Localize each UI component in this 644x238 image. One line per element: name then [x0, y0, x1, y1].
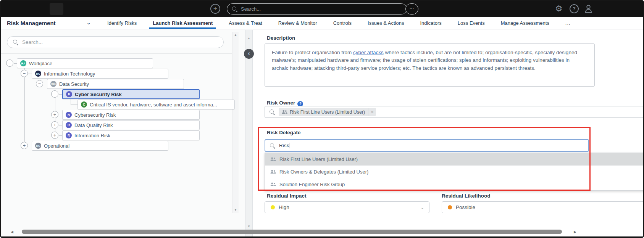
create-new-button[interactable]: + [210, 4, 220, 14]
tree-toggle-expand[interactable]: + [51, 132, 58, 139]
horizontal-scrollbar-thumb[interactable] [22, 230, 562, 234]
tree-node-label: Data Security [59, 81, 89, 87]
residual-impact-label: Residual Impact [267, 193, 307, 199]
tree-toggle-collapse[interactable]: − [36, 80, 43, 87]
user-group-icon [270, 170, 276, 174]
scroll-down-icon[interactable]: ▼ [232, 208, 239, 212]
remove-chip-icon[interactable]: × [368, 109, 376, 115]
tree-node-critical-is-vendor[interactable]: C Critical IS vendor, hardware, software… [77, 100, 235, 109]
tab-loss-events[interactable]: Loss Events [450, 17, 493, 29]
tab-indicators[interactable]: Indicators [412, 17, 449, 29]
risk-badge: R [66, 132, 72, 138]
tab-controls[interactable]: Controls [325, 17, 360, 29]
tab-launch-risk-assessment[interactable]: Launch Risk Assessment [145, 17, 221, 29]
tree-toggle-expand[interactable]: + [21, 142, 28, 149]
user-group-icon [270, 157, 276, 162]
control-badge: C [81, 101, 87, 108]
dropdown-option-risk-first-line-users[interactable]: Risk First Line Users (Limited User) [265, 153, 644, 166]
tree-connector [24, 66, 25, 146]
top-bar: + Search... ••• ⚙ ? [1, 1, 643, 17]
tree-connector [28, 74, 32, 74]
description-textarea[interactable]: Failure to protect organisation from cyb… [265, 43, 595, 87]
residual-likelihood-label: Residual Likelihood [442, 193, 491, 199]
description-label: Description [267, 35, 295, 41]
risk-delegate-query-text: Risk [279, 143, 289, 148]
tree-node-data-quality-risk[interactable]: R Data Quality Risk [62, 120, 200, 130]
tree-connector [59, 115, 62, 115]
tabs-overflow-button[interactable]: ... [557, 17, 579, 29]
tree-connector [59, 94, 62, 95]
scroll-right-icon[interactable]: ▶ [574, 230, 576, 234]
cyber-attacks-link[interactable]: cyber attacks [353, 50, 384, 55]
tree-node-cyber-security-risk-selected[interactable]: R Cyber Security Risk [62, 89, 200, 99]
risk-subcategory-badge: RSC [50, 81, 56, 87]
tree-toggle-expand[interactable]: + [51, 121, 58, 129]
nav-divider [96, 19, 96, 27]
risk-owner-select[interactable]: Risk First Line Users (Limited User) × [265, 106, 644, 118]
collapse-panel-button[interactable]: ‹ [244, 49, 254, 59]
risk-tree-panel: Search... − − − − + + + + RA Workplace R… [1, 30, 245, 236]
panel-divider [1, 53, 232, 54]
tree-node-data-security[interactable]: RSC Data Security [47, 79, 184, 89]
tab-review-and-monitor[interactable]: Review & Monitor [270, 17, 325, 29]
residual-likelihood-select[interactable]: Possible [442, 201, 644, 213]
help-icon[interactable]: ? [570, 4, 579, 13]
text-cursor [289, 143, 289, 148]
dropdown-option-solution-engineer-risk-group[interactable]: Solution Engineer Risk Group [265, 178, 644, 191]
scroll-up-icon[interactable]: ▲ [232, 33, 239, 37]
tree-node-information-risk[interactable]: R Information Risk [62, 130, 200, 140]
tree-node-workplace[interactable]: RA Workplace [17, 58, 153, 68]
tree-connector [71, 105, 77, 105]
nav-tabs: Identify Risks Launch Risk Assessment As… [99, 17, 579, 29]
tree-node-cybersecurity-risk[interactable]: R Cybersecurity Risk [62, 110, 200, 120]
tree-node-label: Cybersecurity Risk [74, 112, 116, 118]
panel-gutter-scrollbar[interactable]: ▲ ▼ [245, 30, 253, 236]
tree-toggle-collapse[interactable]: − [21, 70, 28, 77]
search-icon [13, 40, 18, 45]
residual-impact-select[interactable]: High ⌄ [265, 201, 429, 213]
horizontal-scrollbar[interactable]: ◀ ▶ [11, 229, 576, 235]
app-logo [50, 3, 63, 15]
risk-badge: R [66, 91, 72, 97]
tree-search-input[interactable]: Search... [7, 36, 224, 48]
tree-node-label: Workplace [29, 61, 52, 66]
module-nav-bar: Risk Management ⌄ Identify Risks Launch … [1, 17, 643, 29]
residual-impact-value: High [279, 204, 420, 210]
global-search-input[interactable]: Search... [227, 3, 407, 14]
app-window: + Search... ••• ⚙ ? Risk Management ⌄ Id… [0, 0, 644, 238]
tree-node-information-technology[interactable]: RC Information Technology [32, 69, 168, 79]
module-dropdown-chevron-icon[interactable]: ⌄ [86, 17, 91, 29]
likelihood-possible-dot-icon [448, 205, 452, 209]
tree-toggle-collapse[interactable]: − [6, 60, 13, 67]
dropdown-option-risk-owners-delegates[interactable]: Risk Owners & Delegates (Limited User) [265, 166, 644, 178]
tree-node-label: Operational [44, 143, 69, 149]
scroll-up-icon[interactable]: ▲ [245, 37, 252, 40]
tab-issues-and-actions[interactable]: Issues & Actions [360, 17, 412, 29]
dropdown-option-label: Solution Engineer Risk Group [279, 182, 345, 187]
tree-search-placeholder: Search... [22, 39, 43, 45]
tree-connector [59, 125, 62, 125]
tree-toggle-collapse[interactable]: − [51, 90, 58, 98]
risk-delegate-search-input[interactable]: Risk [265, 139, 589, 152]
scroll-down-icon[interactable]: ▼ [245, 225, 252, 228]
search-options-button[interactable]: ••• [405, 3, 418, 14]
tree-node-label: Data Quality Risk [74, 122, 113, 128]
user-profile-icon[interactable] [584, 4, 594, 14]
tree-vertical-scrollbar[interactable]: ▲ ▼ [232, 32, 239, 213]
tab-assess-and-treat[interactable]: Assess & Treat [221, 17, 270, 29]
search-icon [232, 6, 237, 12]
scroll-left-icon[interactable]: ◀ [11, 230, 13, 234]
risk-category-badge: RC [35, 143, 41, 149]
tab-identify-risks[interactable]: Identify Risks [99, 17, 145, 29]
tree-connector [44, 84, 47, 84]
tree-connector [71, 99, 71, 105]
dropdown-option-label: Risk Owners & Delegates (Limited User) [279, 169, 368, 175]
tab-manage-assessments[interactable]: Manage Assessments [493, 17, 557, 29]
module-title[interactable]: Risk Management [7, 17, 56, 29]
risk-badge: R [66, 122, 72, 128]
user-group-icon [282, 110, 287, 114]
tree-connector [14, 63, 17, 64]
tree-toggle-expand[interactable]: + [51, 111, 58, 118]
settings-gear-icon[interactable]: ⚙ [555, 4, 563, 14]
tree-node-operational[interactable]: RC Operational [32, 141, 168, 151]
